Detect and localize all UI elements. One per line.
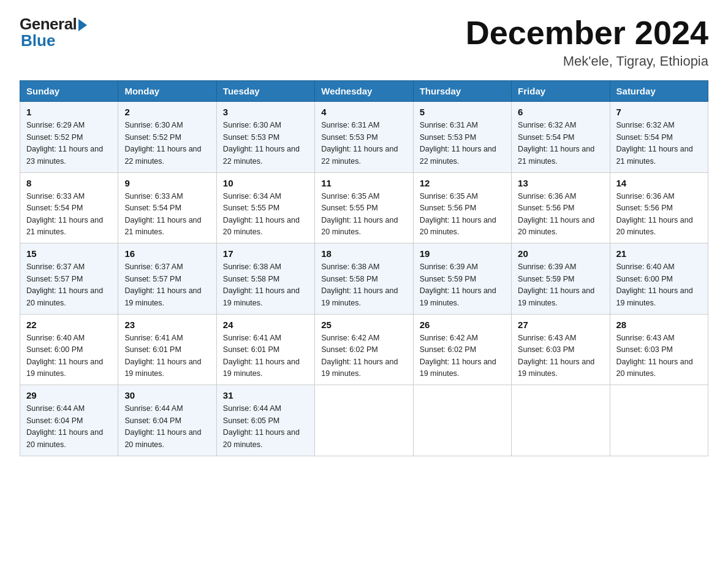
logo: General Blue [20,15,87,50]
day-number: 14 [616,178,702,188]
day-cell: 21Sunrise: 6:40 AMSunset: 6:00 PMDayligh… [610,243,708,315]
day-info: Sunrise: 6:37 AMSunset: 5:57 PMDaylight:… [124,261,210,309]
location-subtitle: Mek'ele, Tigray, Ethiopia [466,53,708,69]
header-cell-monday: Monday [118,81,216,102]
day-number: 2 [124,107,210,117]
day-info: Sunrise: 6:40 AMSunset: 6:00 PMDaylight:… [616,261,702,309]
day-cell [315,385,413,456]
day-cell [610,385,708,456]
day-cell: 27Sunrise: 6:43 AMSunset: 6:03 PMDayligh… [512,314,610,385]
day-info: Sunrise: 6:43 AMSunset: 6:03 PMDaylight:… [616,332,702,380]
day-cell: 18Sunrise: 6:38 AMSunset: 5:58 PMDayligh… [315,243,413,315]
header-cell-wednesday: Wednesday [315,81,413,102]
day-cell: 20Sunrise: 6:39 AMSunset: 5:59 PMDayligh… [512,243,610,315]
day-number: 21 [616,248,702,259]
day-cell: 23Sunrise: 6:41 AMSunset: 6:01 PMDayligh… [118,314,216,385]
day-info: Sunrise: 6:38 AMSunset: 5:58 PMDaylight:… [223,261,308,309]
day-cell: 5Sunrise: 6:31 AMSunset: 5:53 PMDaylight… [413,102,511,173]
day-number: 11 [321,178,406,188]
day-number: 15 [26,248,112,259]
day-info: Sunrise: 6:32 AMSunset: 5:54 PMDaylight:… [518,120,603,167]
week-row-5: 29Sunrise: 6:44 AMSunset: 6:04 PMDayligh… [20,385,708,456]
header-cell-sunday: Sunday [20,81,118,102]
day-cell: 25Sunrise: 6:42 AMSunset: 6:02 PMDayligh… [315,314,413,385]
day-number: 22 [26,320,112,330]
day-info: Sunrise: 6:34 AMSunset: 5:55 PMDaylight:… [223,191,308,239]
week-row-3: 15Sunrise: 6:37 AMSunset: 5:57 PMDayligh… [20,243,708,315]
day-number: 6 [518,107,603,117]
day-info: Sunrise: 6:41 AMSunset: 6:01 PMDaylight:… [124,332,210,380]
week-row-1: 1Sunrise: 6:29 AMSunset: 5:52 PMDaylight… [20,102,708,173]
day-info: Sunrise: 6:37 AMSunset: 5:57 PMDaylight:… [26,261,112,309]
day-cell: 7Sunrise: 6:32 AMSunset: 5:54 PMDaylight… [610,102,708,173]
day-cell: 6Sunrise: 6:32 AMSunset: 5:54 PMDaylight… [512,102,610,173]
header-cell-saturday: Saturday [610,81,708,102]
day-number: 12 [420,178,505,188]
day-number: 25 [321,320,406,330]
day-cell: 30Sunrise: 6:44 AMSunset: 6:04 PMDayligh… [118,385,216,456]
day-number: 17 [223,248,308,259]
week-row-4: 22Sunrise: 6:40 AMSunset: 6:00 PMDayligh… [20,314,708,385]
day-info: Sunrise: 6:41 AMSunset: 6:01 PMDaylight:… [223,332,308,380]
header-cell-friday: Friday [512,81,610,102]
header-cell-thursday: Thursday [413,81,511,102]
day-number: 10 [223,178,308,188]
day-cell: 13Sunrise: 6:36 AMSunset: 5:56 PMDayligh… [512,172,610,243]
day-cell: 8Sunrise: 6:33 AMSunset: 5:54 PMDaylight… [20,172,118,243]
day-number: 20 [518,248,603,259]
day-info: Sunrise: 6:44 AMSunset: 6:05 PMDaylight:… [223,403,308,451]
day-info: Sunrise: 6:30 AMSunset: 5:53 PMDaylight:… [223,120,308,167]
day-number: 1 [26,107,112,117]
day-number: 18 [321,248,406,259]
day-cell: 28Sunrise: 6:43 AMSunset: 6:03 PMDayligh… [610,314,708,385]
day-cell: 19Sunrise: 6:39 AMSunset: 5:59 PMDayligh… [413,243,511,315]
header-row: SundayMondayTuesdayWednesdayThursdayFrid… [20,81,708,102]
day-cell: 16Sunrise: 6:37 AMSunset: 5:57 PMDayligh… [118,243,216,315]
day-number: 19 [420,248,505,259]
day-info: Sunrise: 6:39 AMSunset: 5:59 PMDaylight:… [420,261,505,309]
day-cell: 3Sunrise: 6:30 AMSunset: 5:53 PMDaylight… [216,102,314,173]
day-info: Sunrise: 6:35 AMSunset: 5:55 PMDaylight:… [321,191,406,239]
day-info: Sunrise: 6:33 AMSunset: 5:54 PMDaylight:… [26,191,112,239]
day-number: 8 [26,178,112,188]
day-cell: 14Sunrise: 6:36 AMSunset: 5:56 PMDayligh… [610,172,708,243]
day-cell: 29Sunrise: 6:44 AMSunset: 6:04 PMDayligh… [20,385,118,456]
day-cell: 11Sunrise: 6:35 AMSunset: 5:55 PMDayligh… [315,172,413,243]
day-number: 9 [124,178,210,188]
day-info: Sunrise: 6:44 AMSunset: 6:04 PMDaylight:… [124,403,210,451]
day-info: Sunrise: 6:44 AMSunset: 6:04 PMDaylight:… [26,403,112,451]
logo-arrow-icon [78,19,87,31]
day-number: 4 [321,107,406,117]
day-info: Sunrise: 6:31 AMSunset: 5:53 PMDaylight:… [420,120,505,167]
header-cell-tuesday: Tuesday [216,81,314,102]
day-info: Sunrise: 6:35 AMSunset: 5:56 PMDaylight:… [420,191,505,239]
day-info: Sunrise: 6:39 AMSunset: 5:59 PMDaylight:… [518,261,603,309]
day-info: Sunrise: 6:43 AMSunset: 6:03 PMDaylight:… [518,332,603,380]
logo-blue-text: Blue [20,31,55,50]
month-year-title: December 2024 [466,15,708,51]
day-info: Sunrise: 6:32 AMSunset: 5:54 PMDaylight:… [616,120,702,167]
day-info: Sunrise: 6:30 AMSunset: 5:52 PMDaylight:… [124,120,210,167]
day-cell: 22Sunrise: 6:40 AMSunset: 6:00 PMDayligh… [20,314,118,385]
week-row-2: 8Sunrise: 6:33 AMSunset: 5:54 PMDaylight… [20,172,708,243]
day-number: 16 [124,248,210,259]
day-number: 13 [518,178,603,188]
day-cell: 26Sunrise: 6:42 AMSunset: 6:02 PMDayligh… [413,314,511,385]
title-block: December 2024 Mek'ele, Tigray, Ethiopia [466,15,708,69]
day-cell: 31Sunrise: 6:44 AMSunset: 6:05 PMDayligh… [216,385,314,456]
calendar-table: SundayMondayTuesdayWednesdayThursdayFrid… [20,80,708,456]
day-number: 26 [420,320,505,330]
day-cell [413,385,511,456]
day-number: 24 [223,320,308,330]
day-number: 5 [420,107,505,117]
day-number: 29 [26,390,112,400]
day-cell: 10Sunrise: 6:34 AMSunset: 5:55 PMDayligh… [216,172,314,243]
day-number: 28 [616,320,702,330]
day-number: 7 [616,107,702,117]
day-info: Sunrise: 6:36 AMSunset: 5:56 PMDaylight:… [616,191,702,239]
day-info: Sunrise: 6:31 AMSunset: 5:53 PMDaylight:… [321,120,406,167]
day-cell: 17Sunrise: 6:38 AMSunset: 5:58 PMDayligh… [216,243,314,315]
day-number: 23 [124,320,210,330]
day-cell: 4Sunrise: 6:31 AMSunset: 5:53 PMDaylight… [315,102,413,173]
day-cell: 24Sunrise: 6:41 AMSunset: 6:01 PMDayligh… [216,314,314,385]
